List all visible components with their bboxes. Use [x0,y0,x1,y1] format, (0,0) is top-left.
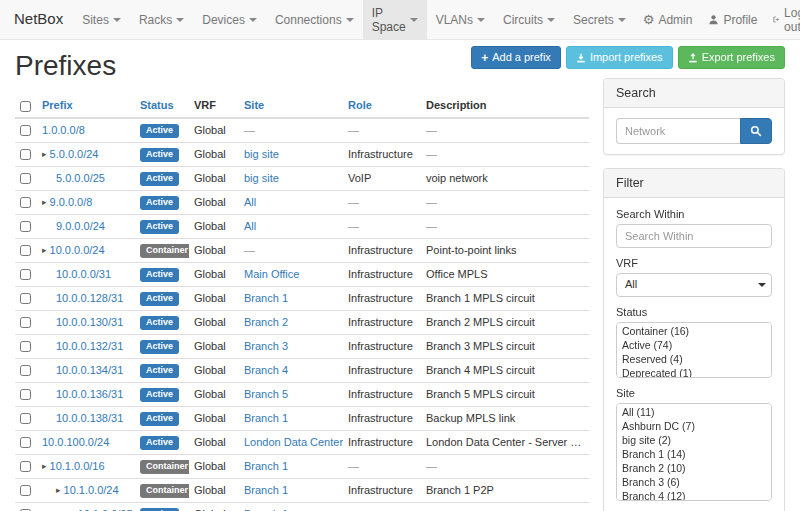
add-prefix-button[interactable]: + Add a prefix [471,46,561,69]
site-link[interactable]: Branch 4 [244,364,288,376]
site-link: — [244,244,255,256]
filter-option[interactable]: Ashburn DC (7) [617,419,771,433]
row-checkbox[interactable] [20,149,31,160]
status-badge: Active [140,172,179,186]
description-cell: — [421,454,589,478]
site-link[interactable]: Branch 1 [244,292,288,304]
filter-option[interactable]: Reserved (4) [617,352,771,366]
filter-panel-title: Filter [604,169,784,198]
site-link[interactable]: Branch 2 [244,316,288,328]
prefix-link[interactable]: 10.0.0.0/24 [50,244,105,256]
site-link[interactable]: Branch 1 [244,412,288,424]
row-checkbox[interactable] [20,173,31,184]
prefix-link[interactable]: 1.0.0.0/8 [42,124,85,136]
site-link[interactable]: All [244,196,256,208]
role-cell: — [343,190,421,214]
prefix-link[interactable]: 10.0.100.0/24 [42,436,109,448]
row-checkbox[interactable] [20,197,31,208]
prefix-cell-content: ▸ 10.0.0.128/31 [42,292,130,304]
filter-option[interactable]: Active (74) [617,338,771,352]
site-link[interactable]: Branch 1 [244,484,288,496]
site-link[interactable]: big site [244,148,279,160]
status-multiselect[interactable]: Container (16)Active (74)Reserved (4)Dep… [616,322,772,378]
logout-menu-item[interactable]: Log out [765,0,800,39]
prefix-link[interactable]: 10.0.0.132/31 [56,340,123,352]
filter-option[interactable]: Branch 4 (12) [617,489,771,501]
nav-menu-item[interactable]: Secrets [564,0,635,39]
nav-menu-item[interactable]: Devices [193,0,266,39]
caret-down-icon [547,18,555,22]
select-all-checkbox[interactable] [20,101,31,112]
site-link[interactable]: London Data Center [244,436,343,448]
prefix-link[interactable]: 10.0.0.134/31 [56,364,123,376]
table-row: ▸ 10.0.0.132/31 Active Global Branch 3 I… [15,334,589,358]
table-row: ▸ 10.1.0.0/24 Container Global Branch 1 … [15,478,589,502]
nav-menu-item[interactable]: VLANs [427,0,494,39]
status-badge: Active [140,412,179,426]
column-header-site[interactable]: Site [244,99,264,111]
row-checkbox[interactable] [20,413,31,424]
filter-option[interactable]: Container (16) [617,324,771,338]
filter-option[interactable]: Branch 3 (6) [617,475,771,489]
vrf-select[interactable]: All [616,273,772,297]
site-link[interactable]: All [244,220,256,232]
row-checkbox[interactable] [20,269,31,280]
prefix-cell-content: ▸ 10.0.0.134/31 [42,364,130,376]
search-button[interactable] [740,118,772,144]
filter-option[interactable]: big site (2) [617,433,771,447]
nav-menu-item[interactable]: Racks [130,0,193,39]
navbar-brand[interactable]: NetBox [8,0,73,39]
prefix-link[interactable]: 5.0.0.0/25 [56,172,105,184]
prefix-link[interactable]: 10.0.0.136/31 [56,388,123,400]
user-icon [708,14,719,25]
site-link[interactable]: Branch 5 [244,388,288,400]
row-checkbox[interactable] [20,437,31,448]
site-link[interactable]: Branch 1 [244,460,288,472]
nav-menu-item[interactable]: Sites [73,0,130,39]
filter-option[interactable]: Deprecated (1) [617,366,771,378]
search-input[interactable] [616,118,740,144]
row-checkbox[interactable] [20,365,31,376]
prefix-link[interactable]: 10.0.0.128/31 [56,292,123,304]
row-checkbox[interactable] [20,221,31,232]
prefix-link[interactable]: 10.1.0.0/24 [64,484,119,496]
prefix-link[interactable]: 5.0.0.0/24 [50,148,99,160]
nav-menu-item[interactable]: Circuits [494,0,564,39]
role-cell: Infrastructure [343,430,421,454]
row-checkbox[interactable] [20,389,31,400]
column-header-status[interactable]: Status [140,99,174,111]
import-prefixes-button[interactable]: Import prefixes [566,46,673,69]
row-checkbox[interactable] [20,485,31,496]
row-checkbox[interactable] [20,293,31,304]
prefix-link[interactable]: 9.0.0.0/8 [50,196,93,208]
filter-option[interactable]: Branch 1 (14) [617,447,771,461]
export-prefixes-button[interactable]: Export prefixes [678,46,785,69]
nav-menu-item[interactable]: Connections [266,0,363,39]
prefix-link[interactable]: 10.0.0.0/31 [56,268,111,280]
row-checkbox[interactable] [20,245,31,256]
admin-menu-item[interactable]: ⚙ Admin [635,0,701,39]
prefix-link[interactable]: 10.0.0.138/31 [56,412,123,424]
filter-option[interactable]: Branch 2 (10) [617,461,771,475]
column-header-role[interactable]: Role [348,99,372,111]
nav-menu-item[interactable]: IP Space [363,0,427,39]
site-link[interactable]: Main Office [244,268,299,280]
site-link[interactable]: big site [244,172,279,184]
row-checkbox[interactable] [20,461,31,472]
role-cell: Infrastructure [343,238,421,262]
row-checkbox[interactable] [20,125,31,136]
prefix-link[interactable]: 10.0.0.130/31 [56,316,123,328]
prefix-link[interactable]: 10.1.0.0/16 [50,460,105,472]
row-checkbox[interactable] [20,341,31,352]
prefix-cell-content: ▸ 1.0.0.0/8 [42,124,130,136]
row-checkbox[interactable] [20,317,31,328]
column-header-prefix[interactable]: Prefix [42,99,73,111]
search-within-input[interactable] [616,224,772,248]
profile-menu-item[interactable]: Profile [700,0,765,39]
status-badge: Active [140,220,179,234]
prefix-link[interactable]: 9.0.0.0/24 [56,220,105,232]
site-link[interactable]: Branch 3 [244,340,288,352]
prefix-cell-content: ▸ 10.0.0.130/31 [42,316,130,328]
filter-option[interactable]: All (11) [617,405,771,419]
site-multiselect[interactable]: All (11)Ashburn DC (7)big site (2)Branch… [616,403,772,501]
